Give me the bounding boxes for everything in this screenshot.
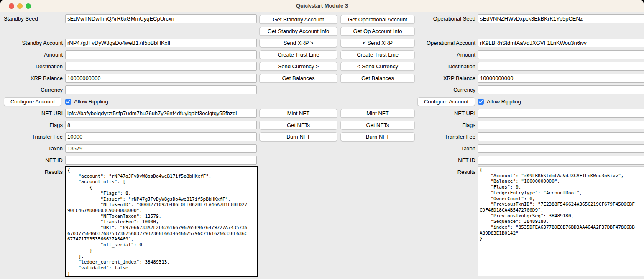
standby-currency-label: Currency	[0, 85, 63, 94]
standby-get-nfts-button[interactable]: Get NFTs	[259, 121, 337, 129]
operational-nft-id-label: NFT ID	[389, 156, 475, 165]
get-op-account-info-button[interactable]: Get Op Account Info	[340, 27, 415, 36]
operational-results-textarea[interactable]: { "Account": "rK9LBRhStdmtAaVdJXGVF1LnKW…	[478, 166, 644, 276]
standby-transfer-fee-label: Transfer Fee	[0, 132, 63, 141]
standby-amount-input[interactable]	[65, 50, 257, 59]
operational-destination-input[interactable]	[478, 62, 644, 71]
app-window: Quickstart Module 3 Standby Seed Standby…	[0, 0, 644, 279]
standby-configure-account-button[interactable]: Configure Account	[4, 97, 61, 106]
standby-allow-rippling-checkbox[interactable]	[65, 99, 71, 105]
standby-xrp-balance-label: XRP Balance	[0, 74, 63, 83]
operational-nft-uri-input[interactable]	[478, 109, 644, 118]
standby-taxon-input[interactable]	[65, 144, 257, 153]
standby-taxon-label: Taxon	[0, 144, 63, 153]
standby-nft-uri-input[interactable]	[65, 109, 257, 118]
operational-taxon-label: Taxon	[389, 144, 475, 153]
send-xrp-right-button[interactable]: Send XRP >	[259, 39, 337, 47]
operational-xrp-balance-input[interactable]	[478, 74, 644, 83]
standby-amount-label: Amount	[0, 50, 63, 59]
standby-account-input[interactable]	[65, 39, 257, 47]
window-title: Quickstart Module 3	[0, 0, 644, 12]
operational-account-input[interactable]	[478, 39, 644, 47]
get-standby-account-info-button[interactable]: Get Standby Account Info	[259, 27, 337, 36]
operational-nft-id-input[interactable]	[478, 156, 644, 165]
checkmark-icon	[479, 100, 483, 104]
operational-seed-input[interactable]	[478, 14, 644, 23]
standby-get-balances-button[interactable]: Get Balances	[259, 74, 337, 83]
operational-transfer-fee-label: Transfer Fee	[389, 132, 475, 141]
operational-amount-input[interactable]	[478, 50, 644, 59]
checkmark-icon	[66, 100, 70, 104]
operational-allow-rippling-label: Allow Rippling	[487, 98, 521, 106]
standby-flags-label: Flags	[0, 121, 63, 129]
operational-seed-label: Operational Seed	[389, 14, 475, 23]
standby-create-trust-line-button[interactable]: Create Trust Line	[259, 50, 337, 59]
operational-account-label: Operational Account	[389, 39, 475, 47]
standby-nft-uri-label: NFT URI	[0, 109, 63, 118]
operational-taxon-input[interactable]	[478, 144, 644, 153]
standby-results-label: Results	[0, 168, 63, 176]
operational-nft-uri-label: NFT URI	[389, 109, 475, 118]
operational-xrp-balance-label: XRP Balance	[389, 74, 475, 83]
operational-flags-label: Flags	[389, 121, 475, 129]
standby-nft-id-label: NFT ID	[0, 156, 63, 165]
standby-xrp-balance-input[interactable]	[65, 74, 257, 83]
standby-allow-rippling-label: Allow Rippling	[74, 98, 108, 106]
operational-destination-label: Destination	[389, 62, 475, 71]
titlebar: Quickstart Module 3	[0, 0, 644, 12]
operational-allow-rippling-checkbox[interactable]	[478, 99, 484, 105]
standby-burn-nft-button[interactable]: Burn NFT	[259, 132, 337, 141]
standby-results-textarea[interactable]: { "account": "rNP47gJFvDyW8gsDo4weB17if5…	[65, 166, 258, 277]
standby-seed-input[interactable]	[65, 14, 257, 23]
standby-destination-input[interactable]	[65, 62, 257, 71]
operational-amount-label: Amount	[389, 50, 475, 59]
operational-configure-account-button[interactable]: Configure Account	[417, 97, 475, 106]
operational-results-label: Results	[389, 168, 475, 176]
standby-account-label: Standby Account	[0, 39, 63, 47]
operational-flags-input[interactable]	[478, 121, 644, 129]
get-standby-account-button[interactable]: Get Standby Account	[259, 15, 337, 24]
standby-mint-nft-button[interactable]: Mint NFT	[259, 109, 337, 118]
standby-transfer-fee-input[interactable]	[65, 132, 257, 141]
standby-destination-label: Destination	[0, 62, 63, 71]
operational-currency-label: Currency	[389, 85, 475, 94]
standby-currency-input[interactable]	[65, 85, 257, 94]
send-currency-right-button[interactable]: Send Currency >	[259, 62, 337, 71]
operational-transfer-fee-input[interactable]	[478, 132, 644, 141]
standby-flags-input[interactable]	[65, 121, 257, 129]
operational-currency-input[interactable]	[478, 85, 644, 94]
standby-nft-id-input[interactable]	[65, 156, 257, 165]
